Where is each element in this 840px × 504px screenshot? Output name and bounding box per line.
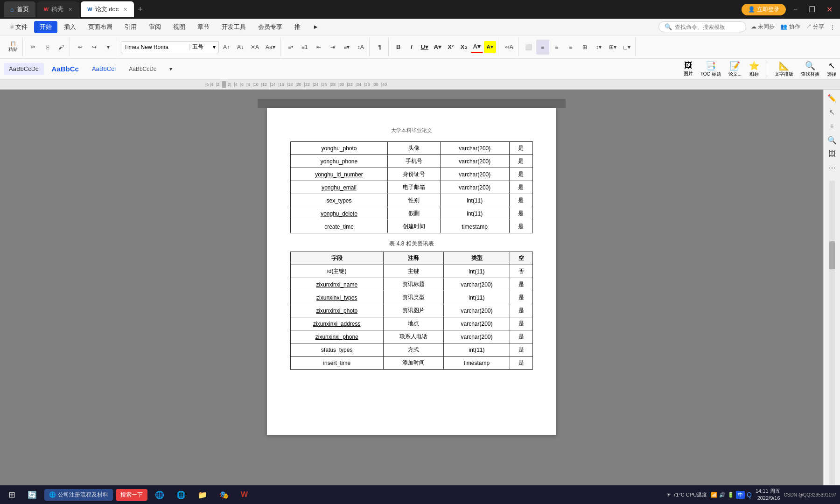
style-h3[interactable]: AaBbCcDc bbox=[124, 63, 161, 75]
taskbar-edge-btn[interactable]: 🌐 bbox=[172, 489, 190, 501]
menu-reference[interactable]: 引用 bbox=[119, 21, 142, 33]
tab-home[interactable]: ⌂ 首页 bbox=[4, 1, 35, 17]
clear-format-button[interactable]: ✕A bbox=[248, 40, 262, 55]
paste-button[interactable]: 📋 粘贴 bbox=[6, 40, 21, 55]
menu-start[interactable]: 开始 bbox=[34, 21, 57, 33]
align-center-button[interactable]: ≡ bbox=[536, 40, 549, 55]
underline-button[interactable]: U▾ bbox=[419, 41, 431, 53]
taskbar-ie-btn[interactable]: 🌐 bbox=[150, 489, 169, 501]
taskbar-app2-btn[interactable]: W bbox=[236, 489, 252, 501]
start-button[interactable]: ⊞ bbox=[4, 488, 20, 502]
superscript-button[interactable]: X² bbox=[445, 41, 457, 53]
sidebar-format-icon[interactable]: ≡ bbox=[826, 121, 839, 132]
sidebar-cursor-icon[interactable]: ↖ bbox=[826, 107, 839, 118]
menu-dev-tools[interactable]: 开发工具 bbox=[216, 21, 252, 33]
shading-button[interactable]: ◻▾ bbox=[620, 40, 633, 55]
unordered-list-button[interactable]: ≡• bbox=[284, 40, 297, 55]
style-normal[interactable]: AaBbCcDc bbox=[4, 63, 44, 75]
list-style-button[interactable]: ≡▾ bbox=[340, 40, 353, 55]
menu-chapter[interactable]: 章节 bbox=[192, 21, 215, 33]
tab-doc-close[interactable]: ✕ bbox=[123, 7, 127, 13]
search-box[interactable]: 🔍 bbox=[658, 21, 746, 32]
border-button[interactable]: ⊞▾ bbox=[606, 40, 619, 55]
restore-button[interactable]: ❐ bbox=[805, 3, 819, 16]
layout-button[interactable]: ⊞ bbox=[578, 40, 591, 55]
copy-button[interactable]: ⎘ bbox=[41, 40, 54, 55]
login-button[interactable]: 👤 立即登录 bbox=[742, 4, 786, 15]
cut-button[interactable]: ✂ bbox=[27, 40, 40, 55]
strikethrough-button[interactable]: A▾ bbox=[432, 41, 444, 53]
input-icon[interactable]: 中 bbox=[736, 491, 745, 499]
undo-button[interactable]: ↩ bbox=[74, 40, 87, 55]
sync-btn[interactable]: ☁ 未同步 bbox=[751, 23, 775, 31]
network-icon[interactable]: 📶 bbox=[711, 492, 717, 498]
menu-more[interactable]: ► bbox=[307, 21, 324, 32]
toc-panel-btn[interactable]: 📑 TOC 标题 bbox=[700, 61, 721, 77]
font-dropdown-icon[interactable]: ▾ bbox=[213, 44, 216, 50]
font-color-button[interactable]: A▾ bbox=[471, 41, 483, 53]
increase-indent-button[interactable]: ⇥ bbox=[326, 40, 339, 55]
tab-wps-close[interactable]: ✕ bbox=[68, 7, 72, 13]
text-layout-btn[interactable]: 📐 文字排版 bbox=[775, 61, 793, 77]
line-spacing-button[interactable]: ↕▾ bbox=[592, 40, 605, 55]
italic-button[interactable]: I bbox=[406, 41, 418, 53]
redo-button[interactable]: ↪ bbox=[88, 40, 101, 55]
sidebar-search-icon[interactable]: 🔍 bbox=[826, 135, 839, 145]
taskbar-app1-btn[interactable]: 🎭 bbox=[215, 489, 233, 501]
menu-vip[interactable]: 会员专享 bbox=[252, 21, 288, 33]
tab-wps[interactable]: W 稿壳 ✕ bbox=[37, 1, 79, 17]
font-selector[interactable]: Times New Roma 五号 ▾ bbox=[121, 41, 219, 53]
new-tab-button[interactable]: + bbox=[138, 5, 143, 14]
align-right-button[interactable]: ≡ bbox=[550, 40, 563, 55]
tab-doc[interactable]: W 论文.doc ✕ bbox=[81, 1, 134, 17]
sidebar-image-icon[interactable]: 🖼 bbox=[826, 149, 839, 159]
menu-page-layout[interactable]: 页面布局 bbox=[83, 21, 118, 33]
taskbar-folder-btn[interactable]: 📁 bbox=[193, 489, 212, 501]
sidebar-dots-icon[interactable]: ⋯ bbox=[826, 163, 839, 173]
style-h1[interactable]: AaBbCc bbox=[47, 63, 84, 75]
menu-push[interactable]: 推 bbox=[289, 21, 306, 33]
search-input[interactable] bbox=[675, 24, 740, 30]
fan-button[interactable]: 🔄 bbox=[23, 489, 42, 501]
menu-view[interactable]: 视图 bbox=[168, 21, 191, 33]
more-btn[interactable]: ⋮ bbox=[830, 24, 835, 30]
menu-review[interactable]: 审阅 bbox=[143, 21, 167, 33]
subscript-button[interactable]: X₂ bbox=[458, 41, 470, 53]
menu-insert[interactable]: 插入 bbox=[58, 21, 82, 33]
bold-button[interactable]: B bbox=[392, 41, 405, 53]
scrollbar-track[interactable] bbox=[829, 181, 835, 484]
format-paint-button[interactable]: 🖌 bbox=[55, 40, 68, 55]
document-area[interactable]: 大学本科毕业论文 yonghu_photo 头像 varchar(200) 是 … bbox=[0, 90, 823, 488]
show-marks-button[interactable]: ¶ bbox=[373, 40, 386, 55]
ordered-list-button[interactable]: ≡1 bbox=[298, 40, 311, 55]
thesis-panel-btn[interactable]: 📝 论文... bbox=[728, 61, 742, 77]
collab-btn[interactable]: 👥 协作 bbox=[780, 23, 800, 31]
select-btn[interactable]: ↖ 选择 bbox=[827, 61, 836, 77]
image-panel-btn[interactable]: 🖼 图片 bbox=[684, 61, 693, 77]
icon-panel-btn[interactable]: ⭐ 图标 bbox=[749, 61, 759, 77]
styles-dropdown[interactable]: ▾ bbox=[164, 62, 177, 77]
font-increase-button[interactable]: A↑ bbox=[220, 40, 233, 55]
font-decrease-button[interactable]: A↓ bbox=[234, 40, 247, 55]
sidebar-edit-icon[interactable]: ✏️ bbox=[826, 93, 839, 104]
close-button[interactable]: ✕ bbox=[823, 3, 836, 16]
scrollbar-thumb[interactable] bbox=[829, 241, 835, 269]
menu-file[interactable]: ≡ 文件 bbox=[5, 21, 33, 33]
align-justify-button[interactable]: ≡ bbox=[564, 40, 577, 55]
undo-dropdown[interactable]: ▾ bbox=[102, 40, 115, 55]
minimize-button[interactable]: − bbox=[790, 3, 801, 15]
qq-icon[interactable]: Q bbox=[747, 491, 752, 498]
taskbar-browser-btn[interactable]: 🌐 公司注册流程及材料 bbox=[44, 489, 113, 501]
taskbar-search-btn[interactable]: 搜索一下 bbox=[116, 489, 147, 501]
battery-icon[interactable]: 🔋 bbox=[728, 492, 734, 498]
char-spacing-button[interactable]: ⇔A bbox=[502, 40, 516, 55]
sort-button[interactable]: ↕A bbox=[354, 40, 367, 55]
decrease-indent-button[interactable]: ⇤ bbox=[312, 40, 325, 55]
share-btn[interactable]: ↗ 分享 bbox=[806, 23, 824, 31]
align-left-button[interactable]: ⬜ bbox=[522, 40, 535, 55]
style-h2[interactable]: AaBbCcI bbox=[87, 63, 121, 75]
sound-icon[interactable]: 🔊 bbox=[719, 492, 726, 498]
find-replace-btn[interactable]: 🔍 查找替换 bbox=[801, 61, 819, 77]
change-case-button[interactable]: Aa▾ bbox=[263, 40, 278, 55]
highlight-button[interactable]: A▾ bbox=[484, 41, 496, 53]
